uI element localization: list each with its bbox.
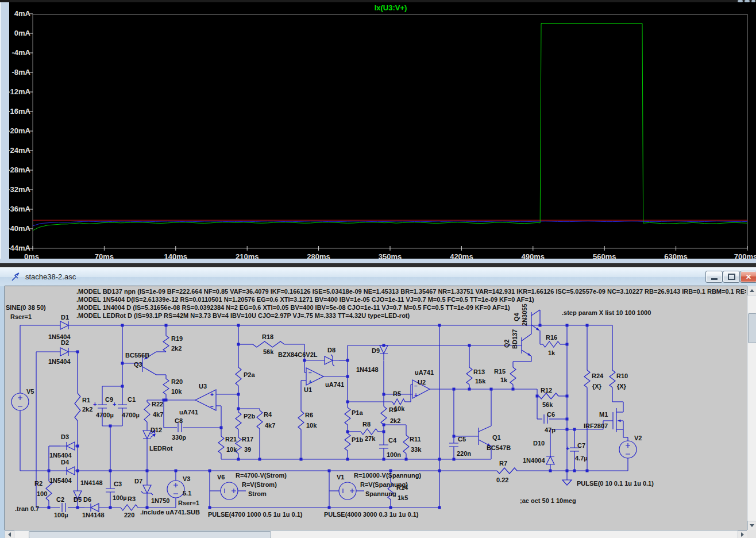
vertical-scroll-thumb[interactable]: [748, 313, 756, 343]
component-label: uA741: [415, 369, 434, 376]
component-label: 10k: [171, 388, 182, 395]
component-label: BZX84C6V2L: [278, 351, 318, 358]
component-label: 1N4148: [80, 479, 103, 486]
spice-directive: .include uA741.SUB: [140, 509, 200, 516]
horizontal-scrollbar[interactable]: [5, 530, 747, 538]
schematic-titlebar[interactable]: stache38-2.asc ✕: [0, 267, 756, 286]
component-label: R17: [242, 436, 253, 443]
component-label: 4k7: [153, 411, 163, 418]
scrollbar-corner: [747, 530, 756, 538]
scroll-right-arrow[interactable]: [738, 531, 747, 538]
component-label: D5 D6: [74, 496, 91, 503]
component-label: 330p: [172, 434, 186, 441]
component-label: 2k2: [82, 406, 92, 413]
component-label: C7: [577, 442, 585, 449]
waveform-plot[interactable]: Ix(U3:V+) 4mA0mA-4mA-8mA-12mA-16mA-20mA-…: [0, 0, 756, 263]
component-label: 100n: [387, 451, 401, 458]
polarity-plus: +: [93, 401, 97, 408]
trace-3: [33, 24, 747, 230]
component-label: V6: [217, 474, 225, 481]
component-label: 56k: [263, 348, 274, 355]
component-label: R13: [473, 368, 485, 375]
component-label: 100: [37, 490, 47, 497]
component-label: R7: [499, 460, 507, 467]
y-tick-label: -16mA: [7, 107, 30, 116]
component-label: BC556B: [125, 352, 149, 359]
component-label: R19: [171, 335, 183, 342]
component-label: R21: [225, 436, 237, 443]
plot-border: [33, 14, 747, 248]
close-button[interactable]: ✕: [740, 271, 756, 283]
component-label: 220n: [457, 450, 471, 457]
component-label: 1N750: [151, 497, 169, 504]
component-label: R1: [82, 397, 90, 403]
maximize-button[interactable]: [723, 271, 740, 283]
component-label: {X}: [617, 383, 627, 390]
y-tick-label: -20mA: [7, 126, 30, 135]
component-label: Q2: [503, 339, 510, 348]
component-label: D12: [151, 426, 162, 433]
component-label: C2: [56, 496, 64, 503]
component-label: V2: [634, 435, 642, 441]
component-label: 0.22: [496, 476, 508, 483]
spice-directive: PULSE(4700 1000 0.5 1u 1u 0.1): [208, 511, 303, 518]
spice-directive: SINE(0 38 50): [6, 304, 46, 311]
component-label: P1a: [352, 409, 363, 416]
spice-directive: PULSE(0 10 0.1 1u 1u 0.1): [577, 480, 654, 487]
component-label: 10k: [226, 446, 237, 453]
vertical-scrollbar[interactable]: [747, 286, 756, 530]
component-label: R6: [305, 412, 313, 418]
y-tick-label: -28mA: [7, 166, 30, 174]
spice-directive: .MODEL BD137 npn (IS=1e-09 BF=222.664 NF…: [76, 288, 746, 295]
waveform-pane[interactable]: Ix(U3:V+) 4mA0mA-4mA-8mA-12mA-16mA-20mA-…: [0, 0, 756, 263]
component-label: uA741: [325, 381, 344, 388]
component-label: R18: [262, 333, 273, 340]
spice-directive: .step param X list 10 100 1000: [562, 309, 651, 316]
component-label: C6: [547, 411, 555, 418]
component-label: R2: [34, 480, 43, 487]
component-label: R16: [546, 334, 557, 341]
window-title: stache38-2.asc: [25, 272, 76, 281]
component-label: C8: [175, 417, 183, 424]
scroll-down-arrow[interactable]: [747, 521, 756, 531]
trace-title[interactable]: Ix(U3:V+): [375, 3, 407, 12]
component-label: 1N4148: [82, 512, 105, 518]
component-label: 4700µ: [96, 412, 114, 418]
traces: [33, 24, 747, 230]
svg-text:−: −: [210, 403, 214, 410]
y-tick-label: -40mA: [7, 224, 30, 233]
component-label: 220: [124, 512, 134, 518]
horizontal-scroll-thumb[interactable]: [29, 531, 271, 538]
scroll-up-arrow[interactable]: [747, 286, 756, 295]
window-button-fragment: [745, 0, 750, 2]
window-button-fragment: [738, 0, 743, 2]
schematic-labels: .MODEL BD137 npn (IS=1e-09 BF=222.664 NF…: [6, 288, 746, 518]
svg-text:+: +: [308, 379, 312, 385]
component-label: 1N5404: [48, 358, 71, 365]
component-label: D7: [134, 478, 142, 485]
minimize-button[interactable]: [705, 271, 723, 283]
component-label: R=V(Strom): [242, 481, 277, 488]
component-label: U1: [304, 386, 312, 393]
pane-bottom-edge: [0, 259, 756, 263]
component-label: R8: [362, 421, 371, 428]
component-label: R9: [389, 406, 397, 413]
component-label: R4: [264, 411, 272, 418]
y-axis-ticks: 4mA0mA-4mA-8mA-12mA-16mA-20mA-24mA-28mA-…: [7, 9, 33, 252]
spice-directive: .MODEL LEDRot D (IS=93.1P RS=42M N=3.73 …: [76, 312, 410, 319]
schematic-window: stache38-2.asc ✕ +−−+−+.MODEL BD137 npn …: [0, 263, 756, 538]
component-label: D9: [372, 347, 380, 354]
component-label: V3: [183, 475, 190, 482]
y-tick-label: -32mA: [7, 185, 30, 194]
scroll-left-arrow[interactable]: [5, 531, 14, 538]
component-label: D3: [61, 433, 69, 440]
schematic-drawing[interactable]: +−−+−+.MODEL BD137 npn (IS=1e-09 BF=222.…: [5, 286, 746, 529]
component-label: 56k: [542, 401, 553, 408]
component-label: D2: [61, 339, 69, 346]
component-label: D8: [327, 347, 335, 353]
component-label: Q1: [492, 434, 501, 441]
component-label: 1k5: [398, 494, 408, 501]
component-label: R24: [592, 372, 604, 379]
component-label: IRF2807: [584, 422, 608, 429]
spice-directive: .tran 0.7: [15, 505, 39, 512]
